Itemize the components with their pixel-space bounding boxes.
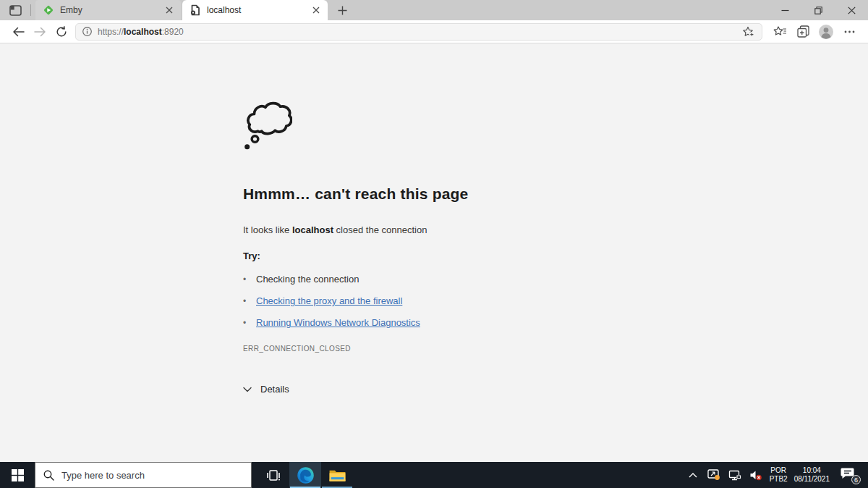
taskbar-search-box[interactable] (35, 462, 252, 488)
url-text[interactable]: https://localhost:8920 (98, 27, 184, 37)
titlebar-divider (30, 4, 31, 16)
details-toggle[interactable]: Details (243, 384, 648, 395)
taskbar-search-input[interactable] (61, 470, 228, 481)
tab-localhost-label: localhost (207, 5, 310, 15)
forward-button[interactable] (29, 22, 51, 42)
tab-localhost-close-icon[interactable] (310, 4, 323, 17)
list-item: • Running Windows Network Diagnostics (243, 317, 648, 328)
suggestion-list: • Checking the connection • Checking the… (243, 274, 648, 328)
error-message-host: localhost (292, 224, 333, 235)
url-scheme: https:// (98, 27, 124, 37)
file-explorer-icon (328, 468, 346, 483)
forward-icon (34, 27, 46, 37)
url-port: :8920 (162, 27, 184, 37)
start-button[interactable] (0, 462, 35, 488)
list-item: • Checking the proxy and the firewall (243, 295, 648, 306)
search-magnifier-icon (43, 470, 54, 481)
suggestion-checking-connection: Checking the connection (256, 274, 359, 285)
browser-titlebar: Emby localhost (0, 0, 868, 20)
new-tab-icon (338, 6, 347, 15)
favorites-icon (773, 26, 787, 37)
windows-taskbar: POR PTB2 10:04 08/11/2021 6 (0, 462, 868, 488)
back-icon (12, 27, 25, 37)
tab-emby[interactable]: Emby (35, 0, 181, 20)
details-label: Details (260, 384, 289, 395)
chevron-up-icon (689, 473, 697, 478)
error-message: It looks like localhost closed the conne… (243, 224, 648, 235)
browser-toolbar: https://localhost:8920 (0, 20, 868, 43)
notification-count-badge: 6 (851, 475, 861, 484)
task-view-icon (266, 469, 281, 481)
clock-time: 10:04 (794, 466, 830, 475)
list-item: • Checking the connection (243, 274, 648, 285)
error-title: Hmmm… can't reach this page (243, 185, 648, 203)
tray-network-icon[interactable] (728, 468, 742, 482)
page-document-icon (190, 4, 201, 16)
refresh-icon (56, 26, 67, 38)
add-favorite-star-icon[interactable] (742, 26, 755, 38)
tray-app-alert-icon[interactable] (707, 468, 721, 482)
error-container: Hmmm… can't reach this page It looks lik… (243, 101, 648, 395)
error-message-prefix: It looks like (243, 224, 292, 235)
collections-icon (797, 25, 809, 38)
tray-clock[interactable]: 10:04 08/11/2021 (794, 466, 830, 484)
bullet-glyph: • (243, 318, 256, 328)
tab-localhost[interactable]: localhost (182, 0, 328, 20)
collections-button[interactable] (791, 22, 814, 42)
window-restore-button[interactable] (801, 0, 835, 20)
thought-cloud-icon (243, 101, 292, 151)
device-alert-icon (707, 469, 720, 481)
task-view-button[interactable] (258, 462, 289, 488)
site-info-icon[interactable] (82, 27, 92, 36)
link-network-diagnostics[interactable]: Running Windows Network Diagnostics (256, 317, 420, 328)
link-proxy-firewall[interactable]: Checking the proxy and the firewall (256, 295, 402, 306)
keyboard-layout: PTB2 (770, 475, 788, 484)
settings-and-more-button[interactable] (838, 22, 861, 42)
favorites-button[interactable] (768, 22, 791, 42)
page-content: Hmmm… can't reach this page It looks lik… (0, 43, 868, 462)
tray-language-indicator[interactable]: POR PTB2 (770, 466, 788, 484)
tab-emby-label: Emby (60, 5, 163, 15)
error-code: ERR_CONNECTION_CLOSED (243, 345, 648, 353)
bullet-glyph: • (243, 274, 256, 285)
more-ellipsis-icon (844, 30, 855, 33)
edge-logo-icon (297, 466, 315, 484)
tab-emby-close-icon[interactable] (163, 4, 176, 17)
tab-actions-menu-button[interactable] (0, 0, 30, 20)
system-tray: POR PTB2 10:04 08/11/2021 6 (686, 462, 868, 488)
tray-volume-muted-icon[interactable] (749, 468, 763, 482)
profile-button[interactable] (814, 22, 838, 42)
tray-show-hidden-icons-button[interactable] (686, 468, 700, 482)
chevron-down-icon (243, 387, 252, 392)
refresh-button[interactable] (51, 22, 72, 42)
network-monitor-icon (728, 470, 741, 481)
address-bar[interactable]: https://localhost:8920 (75, 23, 762, 41)
try-label: Try: (243, 251, 648, 261)
action-center-button[interactable]: 6 (841, 467, 859, 483)
window-controls (768, 0, 868, 20)
tab-actions-icon (9, 5, 22, 16)
language-code: POR (770, 466, 788, 475)
back-button[interactable] (7, 22, 29, 42)
windows-start-icon (12, 469, 24, 481)
error-message-suffix: closed the connection (333, 224, 427, 235)
bullet-glyph: • (243, 296, 256, 306)
speaker-muted-icon (749, 470, 762, 481)
clock-date: 08/11/2021 (794, 475, 830, 484)
taskbar-edge-button[interactable] (289, 462, 321, 488)
url-host: localhost (124, 27, 162, 37)
taskbar-file-explorer-button[interactable] (321, 462, 353, 488)
profile-avatar-icon (818, 24, 834, 40)
window-minimize-button[interactable] (768, 0, 801, 20)
new-tab-button[interactable] (332, 0, 352, 20)
window-close-button[interactable] (835, 0, 868, 20)
emby-logo-icon (43, 4, 54, 16)
